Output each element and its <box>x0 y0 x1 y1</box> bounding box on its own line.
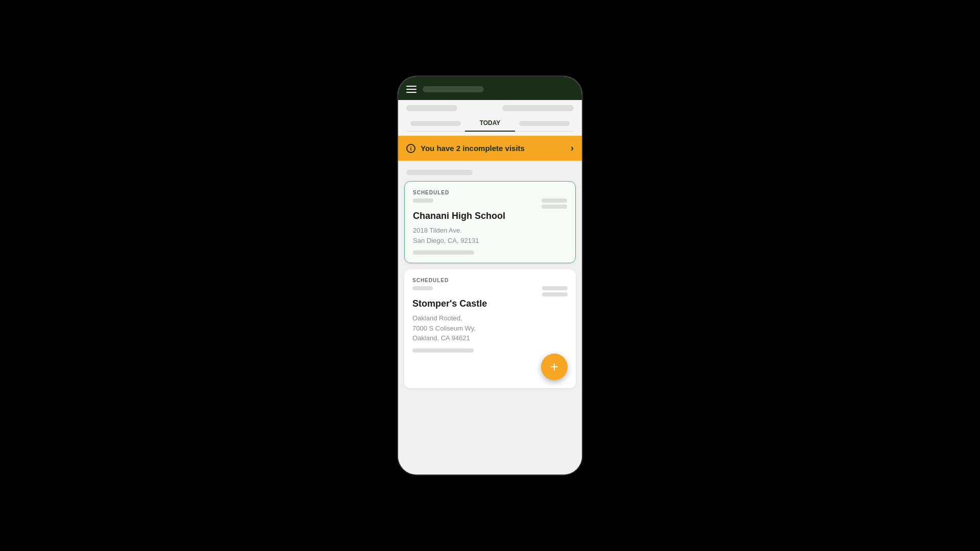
banner-chevron: › <box>571 143 574 154</box>
filter-pill-right <box>502 105 574 111</box>
phone-frame: TODAY i You have 2 incomplete visits › S… <box>398 77 582 474</box>
info-icon: i <box>406 144 415 153</box>
card-2-footer <box>412 348 474 353</box>
filter-pill-left <box>406 105 457 111</box>
visit-card-2[interactable]: SCHEDULED Stomper's Castle Oakland Roote… <box>404 269 576 388</box>
hamburger-icon[interactable] <box>406 86 416 93</box>
nav-bar <box>398 77 582 100</box>
tab-row: TODAY <box>406 115 574 132</box>
card-2-address-line3: Oakland, CA 94621 <box>412 334 470 342</box>
card-1-status: SCHEDULED <box>413 190 567 195</box>
fab-add-button[interactable]: + <box>541 354 568 380</box>
card-2-top-row <box>412 286 568 296</box>
card-2-title: Stomper's Castle <box>412 298 568 309</box>
card-1-tag <box>413 198 433 203</box>
incomplete-visits-banner[interactable]: i You have 2 incomplete visits › <box>398 136 582 161</box>
card-1-address-line1: 2018 Tilden Ave. <box>413 227 462 234</box>
card-2-actions <box>542 286 568 296</box>
tab-placeholder-right <box>519 121 570 126</box>
card-2-action-2 <box>542 292 568 296</box>
card-2-address-line2: 7000 S Coliseum Wy, <box>412 324 476 332</box>
card-1-address: 2018 Tilden Ave. San Diego, CA, 92131 <box>413 226 567 245</box>
filter-row <box>406 105 574 111</box>
nav-title-placeholder <box>423 86 484 92</box>
card-2-tag <box>412 286 433 290</box>
card-2-status: SCHEDULED <box>412 278 568 283</box>
content-area: i You have 2 incomplete visits › SCHEDUL… <box>398 136 582 474</box>
card-1-top-row <box>413 198 567 209</box>
card-1-title: Chanani High School <box>413 211 567 221</box>
card-2-address-line1: Oakland Rooted, <box>412 314 462 322</box>
card-2-address: Oakland Rooted, 7000 S Coliseum Wy, Oakl… <box>412 313 568 343</box>
visit-card-1[interactable]: SCHEDULED Chanani High School 2018 Tilde… <box>404 181 576 263</box>
tab-placeholder-left <box>410 121 461 126</box>
card-2-action-1 <box>542 286 568 290</box>
tab-today[interactable]: TODAY <box>465 115 516 132</box>
card-1-action-1 <box>542 198 567 203</box>
section-label-placeholder <box>406 170 473 175</box>
card-1-action-2 <box>542 205 567 209</box>
section-label-row <box>398 165 582 178</box>
card-1-address-line2: San Diego, CA, 92131 <box>413 237 479 244</box>
filter-area: TODAY <box>398 100 582 136</box>
banner-message: You have 2 incomplete visits <box>421 144 525 153</box>
card-1-actions <box>542 198 567 209</box>
card-1-footer <box>413 251 474 255</box>
fab-plus-icon: + <box>550 360 558 374</box>
banner-left: i You have 2 incomplete visits <box>406 144 525 153</box>
